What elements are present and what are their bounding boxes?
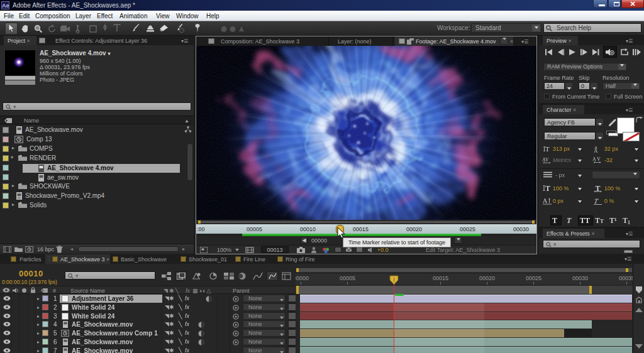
svg-text:T: T [545,145,550,153]
svg-text:T: T [545,184,550,192]
svg-text:T: T [594,197,599,205]
svg-text:T: T [596,184,601,192]
svg-text:AV: AV [542,157,549,163]
svg-text:A: A [592,156,596,162]
svg-text:V: V [597,156,601,162]
svg-text:A: A [543,197,548,204]
svg-text:A: A [594,148,598,153]
